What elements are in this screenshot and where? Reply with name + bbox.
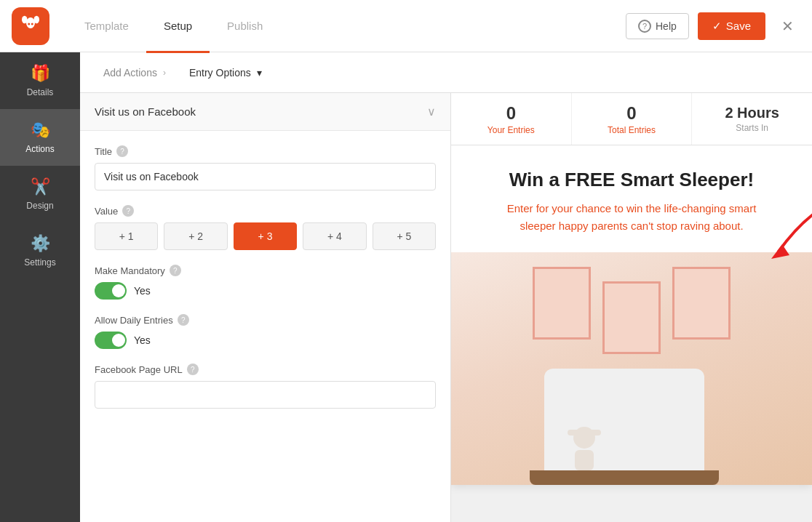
total-entries-label: Total Entries xyxy=(608,125,656,135)
help-circle-icon: ? xyxy=(638,20,651,33)
add-actions-button[interactable]: Add Actions › xyxy=(92,61,178,84)
sidebar-item-details[interactable]: 🎁 Details xyxy=(0,52,80,109)
total-entries-stat: 0 Total Entries xyxy=(572,93,693,145)
facebook-url-input[interactable] xyxy=(95,381,436,409)
preview-card: Win a FREE Smart Sleeper! Enter for your… xyxy=(451,145,812,485)
preview-text-area: Win a FREE Smart Sleeper! Enter for your… xyxy=(451,145,812,252)
starts-in-number: 2 Hours xyxy=(725,105,779,121)
value-btn-5[interactable]: + 5 xyxy=(373,222,436,250)
value-buttons-group: + 1 + 2 + 3 + 4 + 5 xyxy=(95,222,436,250)
sub-toolbar: Add Actions › Entry Options ▾ xyxy=(80,52,812,93)
title-label: Title ? xyxy=(95,145,436,157)
visit-facebook-section-header[interactable]: Visit us on Facebook ∨ xyxy=(80,93,450,131)
your-entries-label: Your Entries xyxy=(487,125,535,135)
settings-icon: ⚙️ xyxy=(31,234,50,253)
close-button[interactable]: ✕ xyxy=(774,13,800,39)
value-label: Value ? xyxy=(95,205,436,217)
sidebar-item-design[interactable]: ✂️ Design xyxy=(0,166,80,222)
gift-icon: 🎁 xyxy=(31,64,50,83)
facebook-url-form-group: Facebook Page URL ? xyxy=(95,364,436,409)
tab-publish[interactable]: Publish xyxy=(210,1,280,53)
sidebar-item-actions[interactable]: 🎭 Actions xyxy=(0,109,80,166)
value-btn-1[interactable]: + 1 xyxy=(95,222,158,250)
mandatory-toggle[interactable] xyxy=(95,282,127,300)
nav-tabs: Template Setup Publish xyxy=(67,0,626,52)
daily-entries-toggle-label: Yes xyxy=(134,334,151,346)
wall-art-decoration xyxy=(533,267,731,354)
tab-template[interactable]: Template xyxy=(67,1,146,53)
help-button[interactable]: ? Help xyxy=(626,13,689,39)
sidebar: 🎁 Details 🎭 Actions ✂️ Design ⚙️ Setting… xyxy=(0,52,80,522)
mandatory-toggle-label: Yes xyxy=(134,285,151,297)
tab-setup[interactable]: Setup xyxy=(146,1,210,53)
svg-point-3 xyxy=(28,23,30,25)
main-layout: 🎁 Details 🎭 Actions ✂️ Design ⚙️ Setting… xyxy=(0,52,812,522)
value-btn-4[interactable]: + 4 xyxy=(303,222,366,250)
preview-headline: Win a FREE Smart Sleeper! xyxy=(480,169,783,191)
value-btn-2[interactable]: + 2 xyxy=(164,222,227,250)
daily-entries-label: Allow Daily Entries ? xyxy=(95,314,436,326)
preview-subtext: Enter for your chance to win the life-ch… xyxy=(480,200,783,235)
value-btn-3[interactable]: + 3 xyxy=(234,222,297,250)
split-panel: Visit us on Facebook ∨ Title ? xyxy=(80,93,812,522)
your-entries-number: 0 xyxy=(506,103,516,124)
logo xyxy=(12,7,49,45)
checkmark-icon: ✓ xyxy=(712,20,722,33)
top-nav: Template Setup Publish ? Help ✓ Save ✕ xyxy=(0,0,812,52)
add-actions-chevron-icon: › xyxy=(163,68,166,78)
mandatory-toggle-row: Yes xyxy=(95,282,436,300)
facebook-url-label: Facebook Page URL ? xyxy=(95,364,436,375)
nav-right: ? Help ✓ Save ✕ xyxy=(626,12,800,40)
daily-entries-form-group: Allow Daily Entries ? Yes xyxy=(95,314,436,349)
save-button[interactable]: ✓ Save xyxy=(698,12,765,40)
bassinet-decoration xyxy=(544,369,704,485)
mandatory-help-icon[interactable]: ? xyxy=(170,265,181,276)
your-entries-stat: 0 Your Entries xyxy=(451,93,572,145)
art-frame-1 xyxy=(533,267,591,340)
stats-bar: 0 Your Entries 0 Total Entries 2 Hours S… xyxy=(451,93,812,145)
starts-in-label: Starts In xyxy=(736,123,768,133)
title-help-icon[interactable]: ? xyxy=(116,145,128,157)
form-panel: Visit us on Facebook ∨ Title ? xyxy=(80,93,451,522)
content-area: Add Actions › Entry Options ▾ Visit us o… xyxy=(80,52,812,522)
preview-content: Win a FREE Smart Sleeper! Enter for your… xyxy=(451,145,812,522)
bassinet-container xyxy=(544,369,719,485)
stuffed-animal-decoration xyxy=(566,427,602,470)
mandatory-form-group: Make Mandatory ? Yes xyxy=(95,265,436,300)
mandatory-label: Make Mandatory ? xyxy=(95,265,436,276)
art-frame-3 xyxy=(672,267,731,340)
svg-point-0 xyxy=(26,17,35,28)
preview-panel: 0 Your Entries 0 Total Entries 2 Hours S… xyxy=(451,93,812,522)
preview-image-area xyxy=(451,252,812,485)
title-input[interactable] xyxy=(95,163,436,190)
value-help-icon[interactable]: ? xyxy=(122,205,134,217)
design-icon: ✂️ xyxy=(31,177,50,196)
section-collapse-icon: ∨ xyxy=(427,105,436,119)
entry-options-chevron-icon: ▾ xyxy=(257,67,262,79)
form-body: Title ? Value ? + 1 + 2 xyxy=(80,131,450,423)
section-title: Visit us on Facebook xyxy=(95,105,196,118)
daily-entries-toggle-row: Yes xyxy=(95,332,436,349)
facebook-url-help-icon[interactable]: ? xyxy=(187,364,199,375)
svg-point-1 xyxy=(22,15,28,23)
value-form-group: Value ? + 1 + 2 + 3 + 4 + 5 xyxy=(95,205,436,250)
svg-point-2 xyxy=(34,15,40,23)
title-form-group: Title ? xyxy=(95,145,436,190)
daily-entries-help-icon[interactable]: ? xyxy=(178,314,189,326)
art-frame-2 xyxy=(602,281,661,354)
daily-entries-toggle[interactable] xyxy=(95,332,127,349)
svg-point-4 xyxy=(31,23,33,25)
sidebar-item-settings[interactable]: ⚙️ Settings xyxy=(0,222,80,279)
entry-options-button[interactable]: Entry Options ▾ xyxy=(178,61,274,84)
starts-in-stat: 2 Hours Starts In xyxy=(692,93,812,145)
actions-icon: 🎭 xyxy=(31,121,50,140)
total-entries-number: 0 xyxy=(626,103,636,124)
preview-highlight-text: happy parents can't stop raving about. xyxy=(559,220,744,232)
